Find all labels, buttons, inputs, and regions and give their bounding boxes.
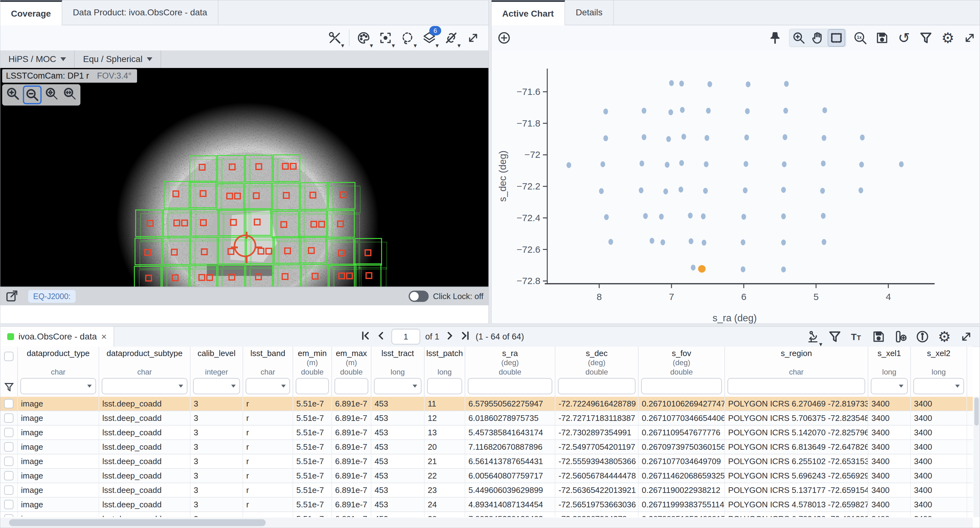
table-cell[interactable]: 0.26700951053400017 [639, 512, 725, 517]
scatter-point[interactable] [660, 239, 665, 245]
table-cell[interactable]: 3 [191, 440, 243, 454]
column-header-dataproduct_type[interactable]: dataproduct_type char [18, 347, 99, 397]
table-cell[interactable]: r [243, 440, 293, 454]
patch-center-marker[interactable] [198, 274, 205, 281]
table-cell[interactable]: r [243, 512, 293, 517]
table-cell[interactable]: r [243, 469, 293, 483]
tools-icon[interactable]: ▾ [327, 30, 343, 46]
patch-center-marker[interactable] [265, 248, 272, 255]
table-cell[interactable]: -72.56519753663036 [555, 498, 639, 511]
column-header-s_xel2[interactable]: s_xel2 long [911, 347, 967, 397]
scatter-point[interactable] [689, 238, 694, 244]
table-row[interactable]: imagelsst.deep_coadd3r5.51e-76.891e-7453… [0, 469, 973, 483]
table-cell[interactable]: 6.891e-7 [332, 469, 371, 483]
scatter-point[interactable] [899, 161, 904, 167]
filter-input-dataproduct_subtype[interactable] [102, 378, 188, 394]
table-cell[interactable]: r [243, 397, 293, 411]
table-cell[interactable]: r [243, 483, 293, 497]
expand-chart-icon[interactable] [961, 30, 978, 46]
patch-center-marker[interactable] [199, 164, 205, 171]
table-cell[interactable]: 5.51e-7 [293, 483, 332, 497]
table-cell[interactable]: r [243, 426, 293, 439]
scatter-point[interactable] [781, 187, 786, 193]
patch-center-marker[interactable] [280, 221, 287, 228]
table-cell[interactable]: lsst.deep_coadd [99, 411, 191, 425]
click-lock-toggle[interactable] [409, 290, 429, 302]
row-checkbox[interactable] [4, 442, 13, 451]
row-checkbox[interactable] [4, 399, 13, 408]
table-cell[interactable]: lsst.deep_coadd [99, 512, 191, 517]
table-cell[interactable]: 6.891e-7 [332, 397, 371, 411]
table-row[interactable]: imagelsst.deep_coadd3r5.51e-76.891e-7453… [0, 426, 973, 440]
zoom-in-button[interactable] [5, 86, 21, 102]
table-cell[interactable]: 3 [191, 397, 243, 411]
scatter-point[interactable] [745, 135, 749, 140]
add-column-icon[interactable] [892, 329, 908, 345]
column-header-em_max[interactable]: em_max (m) double [332, 347, 371, 397]
table-tab[interactable]: ivoa.ObsCore - data × [0, 327, 114, 347]
chevron-down-icon[interactable] [87, 384, 92, 388]
table-cell[interactable]: 453 [371, 440, 425, 454]
patch-center-marker[interactable] [364, 249, 371, 256]
table-cell[interactable]: -72.393367064378 [555, 512, 639, 517]
table-cell[interactable]: 4.893414087134454 [465, 498, 555, 511]
column-header-s_xel1[interactable]: s_xel1 long [868, 347, 911, 397]
table-cell[interactable]: 3400 [868, 498, 911, 511]
patch-center-marker[interactable] [145, 274, 152, 282]
filter-input-lsst_band[interactable] [246, 378, 290, 394]
expand-icon[interactable] [465, 30, 481, 46]
table-cell[interactable]: 0.26710770346654406 [639, 411, 725, 425]
table-cell[interactable]: 0.26711999383755114 [639, 498, 725, 511]
table-cell[interactable]: 3400 [911, 498, 967, 511]
table-cell[interactable]: 5.449606039629899 [465, 483, 555, 497]
table-cell[interactable]: 3 [191, 512, 243, 517]
table-cell[interactable]: POLYGON ICRS 5.142070 -72.825796 5.78 [725, 426, 868, 439]
table-cell[interactable]: lsst.deep_coadd [99, 498, 191, 511]
scatter-point[interactable] [822, 135, 826, 141]
patch-center-marker[interactable] [255, 273, 262, 280]
patch-center-marker[interactable] [318, 221, 325, 228]
scatter-point[interactable] [706, 108, 711, 114]
table-cell[interactable]: 3400 [911, 440, 967, 454]
column-header-s_ra[interactable]: s_ra (deg) double [465, 347, 555, 397]
scatter-chart[interactable]: 87654−71.6−71.8−72−72.2−72.4−72.6−72.8s_… [492, 50, 980, 324]
scatter-point[interactable] [679, 160, 684, 166]
table-cell[interactable]: 0.2671190022938212 [639, 483, 725, 497]
patch-center-marker[interactable] [338, 250, 345, 257]
scatter-point[interactable] [708, 81, 712, 87]
table-cell[interactable]: 0.2671077034649709 [639, 455, 725, 468]
unlink-icon[interactable]: ▾ [443, 30, 459, 46]
chart-settings-icon[interactable]: ⚙ [940, 30, 956, 46]
filter-input-lsst_patch[interactable] [427, 378, 462, 394]
row-checkbox[interactable] [4, 413, 13, 423]
table-cell[interactable]: lsst.deep_coadd [99, 483, 191, 497]
table-cell[interactable]: 3400 [911, 469, 967, 483]
scatter-point[interactable] [600, 161, 605, 167]
table-cell[interactable]: 30 [425, 512, 465, 517]
patch-center-marker[interactable] [290, 163, 297, 170]
table-row[interactable]: imagelsst.deep_coadd3r5.51e-76.891e-7453… [0, 483, 973, 498]
table-cell[interactable]: 20 [425, 440, 465, 454]
table-cell[interactable]: image [18, 397, 99, 411]
restore-chart-icon[interactable]: ↺ [896, 30, 912, 46]
zoom-fit-button[interactable] [43, 86, 60, 102]
table-cell[interactable]: 0.26710106269427747 [639, 397, 725, 411]
patch-center-marker[interactable] [200, 219, 207, 226]
table-cell[interactable]: 3400 [868, 483, 911, 497]
table-cell[interactable]: 5.51e-7 [293, 411, 332, 425]
filter-input-em_min[interactable] [296, 378, 329, 394]
table-cell[interactable]: image [18, 498, 99, 511]
table-cell[interactable]: -72.72717183118387 [555, 411, 639, 425]
chevron-down-icon[interactable] [179, 384, 183, 388]
column-header-lsst_tract[interactable]: lsst_tract long [371, 347, 425, 397]
last-page-button[interactable] [460, 330, 471, 343]
row-checkbox[interactable] [4, 456, 13, 466]
scatter-point[interactable] [783, 134, 787, 140]
table-cell[interactable]: POLYGON ICRS 4.578013 -72.659827 5.21 [725, 498, 868, 511]
table-cell[interactable]: POLYGON ICRS 6.702426 -72.491290 7.42 [725, 512, 868, 517]
tab-coverage[interactable]: Coverage [0, 0, 62, 26]
row-checkbox[interactable] [4, 428, 13, 437]
chevron-down-icon[interactable] [899, 384, 903, 388]
save-chart-icon[interactable] [874, 30, 890, 46]
table-cell[interactable]: 3400 [868, 512, 911, 517]
